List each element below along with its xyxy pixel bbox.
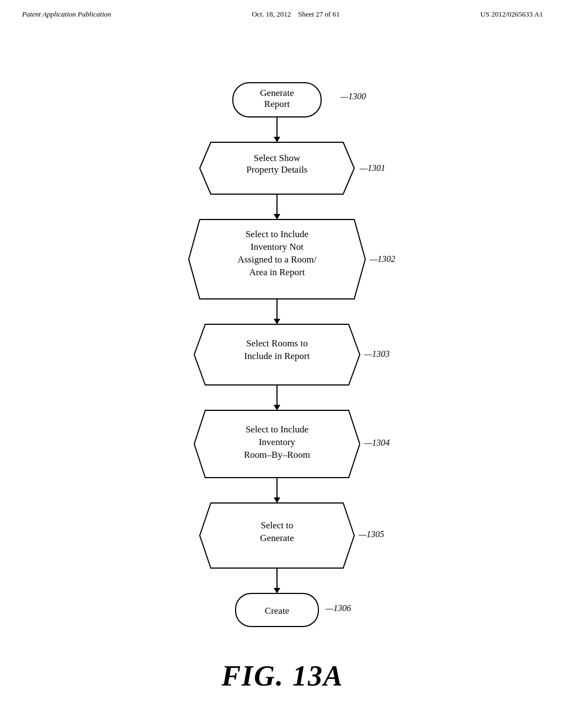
svg-text:Select to Include: Select to Include bbox=[246, 229, 308, 239]
svg-text:Property Details: Property Details bbox=[247, 164, 308, 175]
svg-text:Room–By–Room: Room–By–Room bbox=[244, 449, 310, 460]
svg-text:Assigned to a Room/: Assigned to a Room/ bbox=[237, 254, 316, 265]
svg-marker-11 bbox=[274, 214, 280, 220]
svg-marker-5 bbox=[274, 137, 280, 142]
svg-marker-25 bbox=[274, 405, 280, 410]
svg-text:Include in Report: Include in Report bbox=[244, 351, 310, 361]
svg-text:Select Rooms to: Select Rooms to bbox=[246, 338, 307, 349]
svg-marker-38 bbox=[274, 588, 280, 593]
svg-marker-19 bbox=[274, 319, 280, 324]
header-patent-num: US 2012/0265633 A1 bbox=[481, 10, 543, 19]
header-sheet: Sheet 27 of 61 bbox=[298, 10, 339, 18]
diagram-area: Generate Report —1300 Select Show Proper… bbox=[0, 72, 565, 645]
svg-text:Inventory Not: Inventory Not bbox=[250, 242, 303, 252]
svg-text:—1301: —1301 bbox=[359, 163, 385, 173]
svg-text:Inventory: Inventory bbox=[259, 437, 296, 447]
svg-text:Create: Create bbox=[265, 606, 289, 616]
svg-text:Select to: Select to bbox=[260, 520, 293, 531]
svg-text:—1302: —1302 bbox=[369, 254, 395, 264]
svg-text:Area in Report: Area in Report bbox=[249, 267, 305, 277]
svg-text:—1303: —1303 bbox=[364, 349, 390, 358]
svg-text:Generate: Generate bbox=[260, 533, 294, 543]
svg-text:—1306: —1306 bbox=[325, 603, 351, 613]
header-publication: Patent Application Publication bbox=[22, 10, 111, 19]
figure-caption: FIG. 13A bbox=[0, 660, 565, 692]
flowchart-svg: Generate Report —1300 Select Show Proper… bbox=[150, 77, 415, 645]
page-header: Patent Application Publication Oct. 18, … bbox=[0, 0, 565, 19]
svg-text:—1300: —1300 bbox=[340, 92, 366, 101]
svg-text:—1304: —1304 bbox=[364, 438, 390, 447]
svg-marker-32 bbox=[274, 497, 280, 503]
header-date-sheet: Oct. 18, 2012 Sheet 27 of 61 bbox=[252, 10, 339, 19]
header-date: Oct. 18, 2012 bbox=[252, 10, 291, 18]
svg-text:Select Show: Select Show bbox=[254, 153, 301, 163]
svg-text:Generate: Generate bbox=[260, 88, 294, 98]
svg-text:Report: Report bbox=[264, 99, 290, 109]
svg-text:—1305: —1305 bbox=[358, 529, 384, 539]
svg-text:Select to Include: Select to Include bbox=[246, 424, 308, 435]
